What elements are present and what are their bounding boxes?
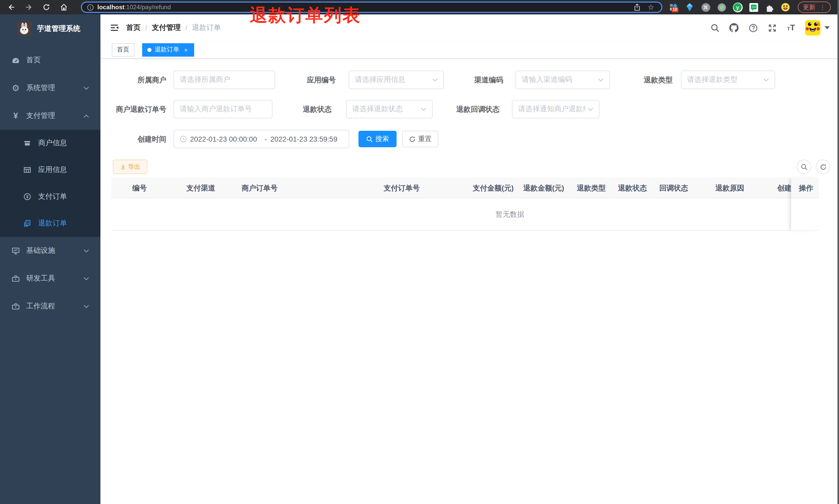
fullscreen-button[interactable] [767,23,777,33]
sidebar-item-workflow[interactable]: 工作流程 [0,292,101,320]
extension-gem-icon[interactable] [684,2,695,12]
chevron-up-icon [84,114,89,118]
date-end-value[interactable]: 2022-01-23 23:59:59 [270,135,341,143]
sidebar-item-home[interactable]: 首页 [0,46,101,74]
dashboard-icon [11,56,20,65]
sidebar-item-infra[interactable]: 基础设施 [0,237,101,265]
sidebar-logo[interactable]: 芋道管理系统 [0,14,101,43]
placeholder: 请输入渠道编码 [522,75,596,85]
browser-forward-button[interactable] [24,2,34,12]
chevron-down-icon [84,86,89,90]
chevron-down-icon [84,249,89,253]
extension-cmd-icon[interactable]: ⌘ [700,2,711,12]
toggle-search-button[interactable] [797,160,811,174]
tab-home[interactable]: 首页 [112,43,135,56]
active-dot [147,48,151,52]
yen-icon: ¥ [11,111,20,120]
github-link[interactable] [729,23,739,33]
reset-button[interactable]: 重置 [402,131,438,147]
refresh-icon [409,136,416,142]
sidebar-item-merchant-info[interactable]: 商户信息 [0,130,101,157]
browser-reload-button[interactable] [41,2,52,12]
col-refund-reason: 退款原因 [715,178,744,198]
sidebar-item-system[interactable]: ⚙ 系统管理 [0,74,101,102]
sidebar-item-app-info[interactable]: 应用信息 [0,157,101,183]
sidebar-item-pay-order[interactable]: 支付订单 [0,183,101,210]
hamburger-icon [110,23,119,32]
merchant-refund-no-input[interactable]: 请输入商户退款订单号 [174,100,272,119]
share-icon [634,3,641,11]
grid-table-icon [23,166,31,174]
tab-label: 退款订单 [155,45,179,54]
col-action: 操作 [791,178,819,198]
chevron-down-icon [432,78,438,82]
sidebar-item-dev-tools[interactable]: 研发工具 [0,265,101,292]
big-t-glyph: T [790,23,795,32]
extension-puzzle-icon[interactable] [764,2,774,12]
tab-refund-order[interactable]: 退款订单 × [142,43,194,56]
share-button[interactable] [634,3,641,11]
breadcrumb-pay[interactable]: 支付管理 [152,23,181,32]
merchant-select[interactable]: 请选择所属商户 [174,71,275,89]
tags-view: 首页 退款订单 × [101,41,839,59]
extension-badge: 10 [672,7,678,12]
download-icon [120,164,126,170]
filter-label-channel: 渠道编码 [446,71,503,89]
notify-status-select[interactable]: 请选择通知商户退款结果 [512,100,600,119]
refund-type-select[interactable]: 请选择退款类型 [681,71,775,89]
col-channel: 支付渠道 [186,178,215,198]
placeholder: 请输入商户退款订单号 [180,105,266,114]
extension-y-icon[interactable]: y [732,2,743,12]
header-search-button[interactable] [710,23,720,33]
forward-arrow-icon [25,3,33,11]
monitor-chart-icon [11,246,20,255]
breadcrumb-separator: / [145,24,147,32]
url-host: localhost [97,4,124,11]
extension-chat-icon[interactable] [748,2,758,12]
refund-status-select[interactable]: 请选择退款状态 [346,100,433,119]
cmd-glyph: ⌘ [701,3,710,12]
pay-submenu: 商户信息 应用信息 支付订单 退款订单 [0,130,101,237]
tab-label: 首页 [117,45,129,54]
extension-diamond-icon[interactable]: 10 [668,2,679,12]
breadcrumb-home[interactable]: 首页 [126,23,141,32]
fixed-action-column: 操作 [791,178,819,231]
channel-select[interactable]: 请输入渠道编码 [516,71,610,89]
sidebar-item-label: 系统管理 [26,84,55,93]
browser-home-button[interactable] [59,2,69,12]
chevron-down-icon [84,277,89,280]
filter-label-app: 应用编号 [278,71,336,89]
user-menu[interactable] [805,20,830,36]
update-label: 更新 [803,3,815,12]
date-start-value[interactable]: 2022-01-23 00:00:00 [190,135,261,143]
bookmark-star-button[interactable]: ☆ [648,4,654,11]
browser-update-button[interactable]: 更新 ⋮ [798,2,831,13]
search-button[interactable]: 搜索 [358,131,397,147]
sidebar-collapse-button[interactable] [110,23,119,32]
refresh-table-button[interactable] [816,160,830,174]
font-size-button[interactable]: TT [786,23,796,33]
url-bar[interactable]: localhost:1024/pay/refund ☆ [81,2,662,13]
col-callback-status: 回调状态 [659,178,688,198]
sidebar-item-pay[interactable]: ¥ 支付管理 [0,102,101,130]
export-button[interactable]: 导出 [113,160,147,174]
help-button[interactable] [748,23,758,33]
briefcase-icon [11,302,20,311]
browser-menu-icon[interactable]: ⋮ [819,4,826,11]
url-path: :1024/pay/refund [124,4,171,11]
sidebar-item-label: 研发工具 [26,274,55,283]
sidebar-item-label: 工作流程 [26,302,55,311]
app-select[interactable]: 请选择应用信息 [349,71,444,89]
close-icon[interactable]: × [183,47,189,53]
chat-bubble-icon [749,3,758,12]
col-merchant-order-no: 商户订单号 [242,178,278,198]
refund-table: 编号 支付渠道 商户订单号 支付订单号 支付金额(元) 退款金额(元) 退款类型… [111,178,819,231]
dot-circle-icon [717,3,726,12]
sidebar-item-refund-order[interactable]: 退款订单 [0,210,101,237]
site-info-icon[interactable] [87,4,94,11]
browser-back-button[interactable] [6,2,17,12]
date-separator: - [261,135,270,143]
create-time-range-picker[interactable]: 2022-01-23 00:00:00 - 2022-01-23 23:59:5… [174,130,349,148]
extension-dot-icon[interactable] [716,2,727,12]
extension-emoji-icon[interactable] [780,2,790,12]
